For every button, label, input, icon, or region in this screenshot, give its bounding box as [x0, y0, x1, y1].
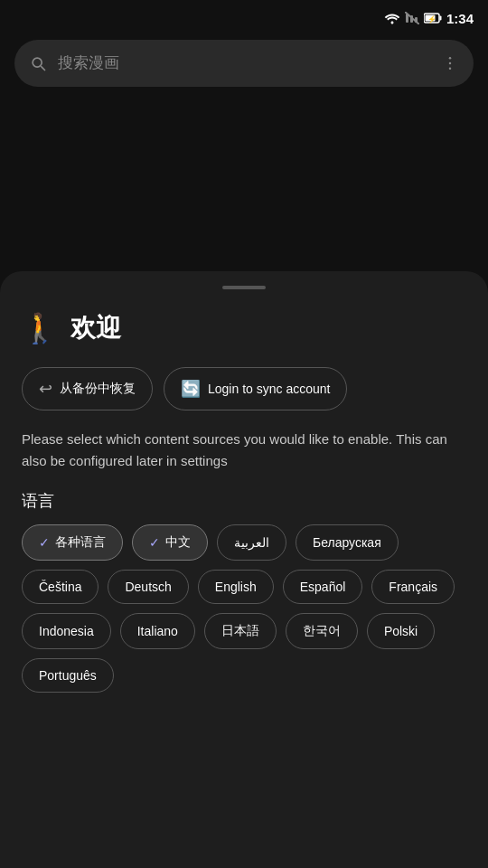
language-label: Polski [384, 624, 418, 638]
language-chip-中文[interactable]: ✓中文 [132, 524, 208, 561]
sheet-handle [222, 286, 266, 289]
language-chip-português[interactable]: Português [22, 658, 114, 693]
status-icons: ⚡ 1:34 [384, 11, 474, 26]
language-section-title: 语言 [22, 490, 466, 512]
language-label: 各种语言 [55, 534, 106, 551]
language-chip-français[interactable]: Français [371, 570, 455, 604]
signal-icon [405, 12, 419, 24]
language-chip-español[interactable]: Español [283, 570, 363, 604]
sync-icon: 🔄 [181, 379, 201, 399]
language-label: Português [39, 668, 97, 683]
language-label: Беларуская [313, 535, 381, 550]
status-bar: ⚡ 1:34 [0, 0, 488, 33]
more-options-icon[interactable] [441, 54, 459, 72]
welcome-header: 🚶 欢迎 [22, 311, 466, 345]
language-chip-한국어[interactable]: 한국어 [286, 613, 358, 649]
search-input[interactable] [58, 54, 430, 72]
language-label: العربية [234, 535, 269, 550]
welcome-icon: 🚶 [22, 311, 58, 345]
battery-icon: ⚡ [424, 13, 442, 24]
restore-button[interactable]: ↩ 从备份中恢复 [22, 367, 153, 410]
login-sync-button[interactable]: 🔄 Login to sync account [164, 367, 347, 410]
language-label: Deutsch [125, 580, 171, 594]
language-label: 한국어 [303, 623, 341, 639]
svg-rect-5 [439, 16, 441, 21]
language-chip-čeština[interactable]: Čeština [22, 570, 99, 604]
description-text: Please select which content sources you … [22, 429, 466, 472]
language-label: Français [389, 580, 437, 594]
language-chip-indonesia[interactable]: Indonesia [22, 613, 111, 649]
language-label: 中文 [165, 534, 191, 551]
language-label: Italiano [137, 624, 178, 638]
language-label: Indonesia [39, 624, 94, 638]
language-chip-日本語[interactable]: 日本語 [204, 613, 277, 649]
welcome-title: 欢迎 [70, 311, 121, 345]
action-buttons: ↩ 从备份中恢复 🔄 Login to sync account [22, 367, 466, 410]
status-time: 1:34 [446, 11, 474, 26]
language-chip-العربية[interactable]: العربية [217, 524, 286, 561]
language-label: Čeština [39, 580, 81, 594]
restore-label: 从备份中恢复 [60, 381, 136, 397]
language-chip-english[interactable]: English [198, 570, 274, 604]
check-icon: ✓ [39, 535, 50, 550]
language-label: Español [300, 580, 346, 594]
language-chip-беларуская[interactable]: Беларуская [296, 524, 399, 561]
wifi-icon [384, 12, 400, 24]
language-label: 日本語 [221, 623, 259, 639]
check-icon: ✓ [149, 535, 160, 550]
language-label: English [215, 580, 257, 594]
login-sync-label: Login to sync account [208, 382, 330, 396]
language-chip-各种语言[interactable]: ✓各种语言 [22, 524, 123, 561]
svg-text:⚡: ⚡ [427, 14, 436, 24]
search-icon [29, 54, 47, 72]
search-bar [14, 40, 474, 87]
svg-point-10 [449, 68, 452, 71]
svg-point-8 [449, 57, 452, 59]
bottom-sheet: 🚶 欢迎 ↩ 从备份中恢复 🔄 Login to sync account Pl… [0, 271, 488, 868]
language-grid: ✓各种语言✓中文العربيةБеларускаяČeštinaDeutschE… [22, 524, 466, 693]
language-chip-italiano[interactable]: Italiano [120, 613, 195, 649]
language-chip-polski[interactable]: Polski [367, 613, 435, 649]
svg-point-9 [449, 62, 452, 65]
language-chip-deutsch[interactable]: Deutsch [108, 570, 188, 604]
restore-icon: ↩ [39, 379, 52, 399]
